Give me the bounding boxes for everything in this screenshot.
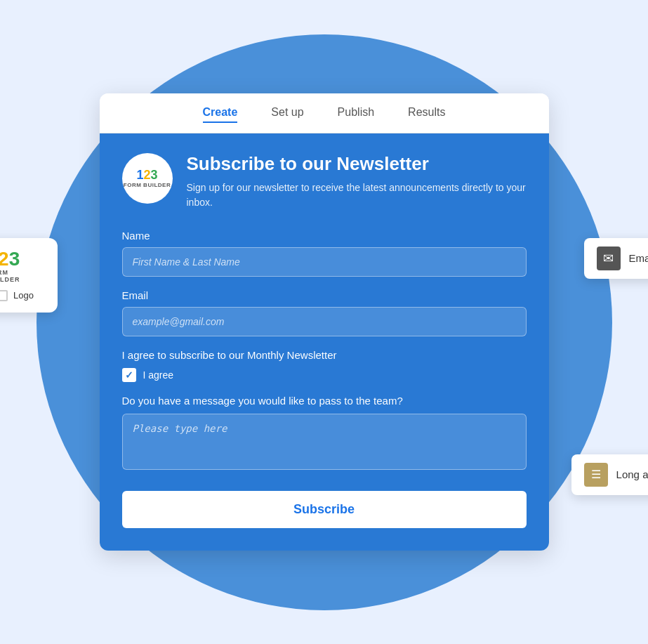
main-card: Create Set up Publish Results 123 FORM B… — [100, 93, 549, 551]
tab-publish[interactable]: Publish — [338, 106, 374, 123]
checkbox-item[interactable]: ✓ I agree — [122, 368, 527, 382]
logo-checkbox-label: Logo — [13, 290, 34, 301]
form-logo-circle: 123 FORM BUILDER — [122, 153, 173, 204]
logo-checkbox[interactable] — [0, 290, 8, 301]
checkbox-box[interactable]: ✓ — [122, 368, 136, 382]
form-header-text: Subscribe to our Newsletter Sign up for … — [187, 153, 527, 210]
email-field-group: Email — [122, 289, 527, 336]
email-input[interactable] — [122, 307, 527, 336]
message-textarea[interactable] — [122, 414, 527, 470]
checkbox-label: I agree — [143, 369, 174, 381]
outer-circle: 1 2 3 FORM BUILDER Logo Create Set up Pu… — [37, 34, 612, 610]
message-question: Do you have a message you would like to … — [122, 395, 527, 407]
email-badge: ✉ Email — [584, 238, 649, 279]
name-label: Name — [122, 230, 527, 242]
email-label: Email — [122, 289, 527, 301]
logo-digit-2: 2 — [0, 249, 9, 269]
checkmark-icon: ✓ — [125, 369, 133, 381]
sidebar-logo-sub: FORM BUILDER — [0, 269, 44, 283]
name-input[interactable] — [122, 247, 527, 277]
tab-setup[interactable]: Set up — [271, 106, 303, 123]
long-answer-badge: ☰ Long answer — [571, 454, 648, 495]
tab-create[interactable]: Create — [203, 106, 238, 123]
logo-checkbox-row: Logo — [0, 290, 34, 301]
sidebar-logo-card: 1 2 3 FORM BUILDER Logo — [0, 238, 58, 313]
long-answer-icon: ☰ — [584, 463, 608, 487]
sidebar-logo-big: 1 2 3 FORM BUILDER — [0, 249, 44, 283]
message-field-group: Do you have a message you would like to … — [122, 395, 527, 473]
long-answer-badge-label: Long answer — [616, 468, 648, 480]
name-field-group: Name — [122, 230, 527, 277]
checkbox-group: I agree to subscribe to our Monthly News… — [122, 349, 527, 382]
form-header: 123 FORM BUILDER Subscribe to our Newsle… — [122, 153, 527, 210]
form-subtitle: Sign up for our newsletter to receive th… — [187, 180, 527, 210]
logo-digit-3: 3 — [9, 249, 20, 269]
form-title: Subscribe to our Newsletter — [187, 153, 527, 175]
tab-results[interactable]: Results — [408, 106, 445, 123]
email-badge-label: Email — [629, 252, 649, 264]
form-area: 123 FORM BUILDER Subscribe to our Newsle… — [100, 133, 549, 551]
email-icon: ✉ — [597, 247, 621, 270]
nav-tabs: Create Set up Publish Results — [100, 93, 549, 133]
subscribe-button[interactable]: Subscribe — [122, 491, 527, 528]
checkbox-question: I agree to subscribe to our Monthly News… — [122, 349, 527, 361]
